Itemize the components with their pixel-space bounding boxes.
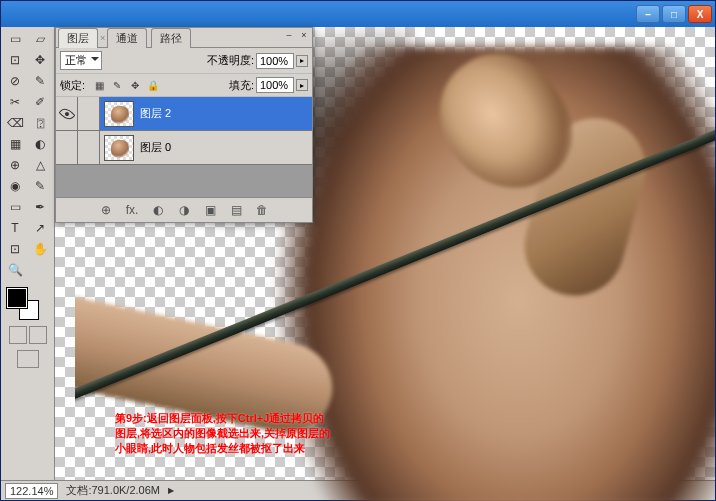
lock-icons: ▦ ✎ ✥ 🔒 xyxy=(91,77,161,93)
delete-layer-icon[interactable]: 🗑 xyxy=(253,202,271,218)
panel-tabs: 图层 × 通道 路径 – × xyxy=(56,28,312,48)
lock-pixels-icon[interactable]: ✎ xyxy=(109,77,125,93)
lock-all-icon[interactable]: 🔒 xyxy=(145,77,161,93)
blend-mode-dropdown[interactable]: 正常 xyxy=(60,51,102,70)
link-toggle[interactable] xyxy=(78,97,100,130)
visibility-toggle[interactable] xyxy=(56,97,78,130)
new-group-icon[interactable]: ▣ xyxy=(201,202,219,218)
instruction-line1: 第9步:返回图层面板,按下Ctrl+J通过拷贝的 xyxy=(115,411,330,426)
slice-tool[interactable]: ✎ xyxy=(28,71,52,91)
tool-grid: ▭ ▱ ⊡ ✥ ⊘ ✎ ✂ ✐ ⌫ ⍰ ▦ ◐ ⊕ △ ◉ ✎ ▭ ✒ T ↗ xyxy=(3,29,52,280)
panel-controls: – × xyxy=(283,30,310,42)
layer-list-empty xyxy=(56,165,312,181)
layer-list: 图层 2 图层 0 xyxy=(56,97,312,197)
fill-input[interactable]: 100% xyxy=(256,77,294,93)
shape-tool[interactable]: ▭ xyxy=(3,197,27,217)
screen-modes xyxy=(3,350,52,368)
crop-tool[interactable]: ⊘ xyxy=(3,71,27,91)
adjustment-layer-icon[interactable]: ◑ xyxy=(175,202,193,218)
zoom-level[interactable]: 122.14% xyxy=(5,483,58,499)
gradient-tool[interactable]: ◐ xyxy=(28,134,52,154)
notes-tool[interactable]: ✒ xyxy=(28,197,52,217)
opacity-input[interactable]: 100% xyxy=(256,53,294,69)
layer-name[interactable]: 图层 0 xyxy=(140,140,171,155)
app-window: – □ X ▭ ▱ ⊡ ✥ ⊘ ✎ ✂ ✐ ⌫ ⍰ ▦ ◐ ⊕ △ ◉ ✎ xyxy=(0,0,716,501)
visibility-toggle[interactable] xyxy=(56,131,78,164)
lasso-tool[interactable]: ⊡ xyxy=(3,50,27,70)
new-layer-icon[interactable]: ▤ xyxy=(227,202,245,218)
eyedropper-tool[interactable]: ⊡ xyxy=(3,239,27,259)
instruction-line3: 小眼睛,此时人物包括发丝都被抠了出来 xyxy=(115,441,330,456)
titlebar: – □ X xyxy=(1,1,715,27)
opacity-slider-icon[interactable]: ▸ xyxy=(296,55,308,67)
screen-mode-button[interactable] xyxy=(17,350,39,368)
dodge-tool[interactable]: △ xyxy=(28,155,52,175)
direct-select-tool[interactable]: ↗ xyxy=(28,218,52,238)
lock-label: 锁定: xyxy=(60,78,85,93)
panel-footer: ⊕ fx. ◐ ◑ ▣ ▤ 🗑 xyxy=(56,197,312,222)
move-tool[interactable]: ▭ xyxy=(3,29,27,49)
path-tool[interactable]: ◉ xyxy=(3,176,27,196)
heal-tool[interactable]: ✂ xyxy=(3,92,27,112)
fill-slider-icon[interactable]: ▸ xyxy=(296,79,308,91)
extra-tool[interactable] xyxy=(28,260,52,280)
close-button[interactable]: X xyxy=(688,5,712,23)
brush-tool[interactable]: ✐ xyxy=(28,92,52,112)
text-tool[interactable]: T xyxy=(3,218,27,238)
tab-close-icon[interactable]: × xyxy=(100,33,105,43)
tab-layers[interactable]: 图层 xyxy=(58,28,98,48)
content-area: ▭ ▱ ⊡ ✥ ⊘ ✎ ✂ ✐ ⌫ ⍰ ▦ ◐ ⊕ △ ◉ ✎ ▭ ✒ T ↗ xyxy=(1,27,715,480)
fill-label: 填充: xyxy=(229,78,254,93)
opacity-label: 不透明度: xyxy=(207,53,254,68)
zoom-tool[interactable]: 🔍 xyxy=(3,260,27,280)
color-swatches xyxy=(3,286,52,322)
instruction-text: 第9步:返回图层面板,按下Ctrl+J通过拷贝的 图层,将选区内的图像截选出来,… xyxy=(115,411,330,456)
minimize-button[interactable]: – xyxy=(636,5,660,23)
layer-mask-icon[interactable]: ◐ xyxy=(149,202,167,218)
layer-row[interactable]: 图层 0 xyxy=(56,131,312,165)
lock-transparency-icon[interactable]: ▦ xyxy=(91,77,107,93)
toolbox: ▭ ▱ ⊡ ✥ ⊘ ✎ ✂ ✐ ⌫ ⍰ ▦ ◐ ⊕ △ ◉ ✎ ▭ ✒ T ↗ xyxy=(1,27,55,480)
blend-row: 正常 不透明度: 100% ▸ xyxy=(56,48,312,74)
wand-tool[interactable]: ✥ xyxy=(28,50,52,70)
marquee-tool[interactable]: ▱ xyxy=(28,29,52,49)
layer-style-icon[interactable]: fx. xyxy=(123,202,141,218)
layer-thumbnail[interactable] xyxy=(104,135,134,161)
foreground-color[interactable] xyxy=(7,288,27,308)
history-brush-tool[interactable]: ⍰ xyxy=(28,113,52,133)
maximize-button[interactable]: □ xyxy=(662,5,686,23)
layer-row[interactable]: 图层 2 xyxy=(56,97,312,131)
stamp-tool[interactable]: ⌫ xyxy=(3,113,27,133)
blur-tool[interactable]: ⊕ xyxy=(3,155,27,175)
link-toggle[interactable] xyxy=(78,131,100,164)
instruction-line2: 图层,将选区内的图像截选出来,关掉原图层的 xyxy=(115,426,330,441)
tab-channels[interactable]: 通道 xyxy=(107,28,147,48)
layer-thumbnail[interactable] xyxy=(104,101,134,127)
tab-paths[interactable]: 路径 xyxy=(151,28,191,48)
lock-position-icon[interactable]: ✥ xyxy=(127,77,143,93)
layer-name[interactable]: 图层 2 xyxy=(140,106,171,121)
panel-minimize-icon[interactable]: – xyxy=(283,30,295,42)
quickmask-mode-button[interactable] xyxy=(29,326,47,344)
quickmask-row xyxy=(3,326,52,344)
eraser-tool[interactable]: ▦ xyxy=(3,134,27,154)
panel-close-icon[interactable]: × xyxy=(298,30,310,42)
layers-panel: 图层 × 通道 路径 – × 正常 不透明度: 100% ▸ 锁定: xyxy=(55,27,313,223)
eye-icon xyxy=(58,105,75,122)
lock-row: 锁定: ▦ ✎ ✥ 🔒 填充: 100% ▸ xyxy=(56,74,312,97)
pen-tool[interactable]: ✎ xyxy=(28,176,52,196)
link-layers-icon[interactable]: ⊕ xyxy=(97,202,115,218)
standard-mode-button[interactable] xyxy=(9,326,27,344)
hand-tool[interactable]: ✋ xyxy=(28,239,52,259)
